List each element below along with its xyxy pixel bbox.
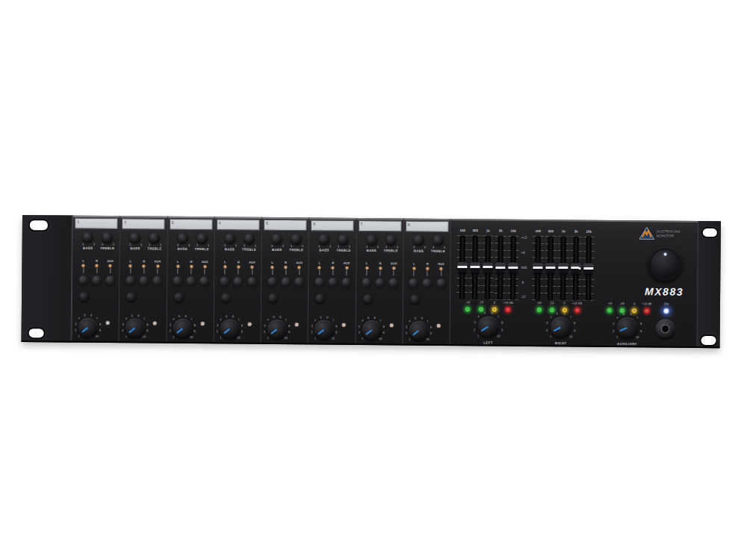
- channel-push-button[interactable]: [410, 295, 420, 305]
- knob-pointer: [481, 326, 489, 332]
- route-button[interactable]: [294, 277, 304, 287]
- route-button[interactable]: [152, 276, 162, 286]
- eq-slider[interactable]: [544, 236, 557, 300]
- treble-knob[interactable]: [244, 234, 254, 244]
- channel-label-plate: 8.: [406, 220, 449, 232]
- eq-slider[interactable]: [569, 236, 583, 300]
- eq-slider[interactable]: [506, 236, 520, 300]
- eq-slider-cap[interactable]: [495, 263, 505, 273]
- bass-knob[interactable]: [319, 234, 329, 244]
- route-button[interactable]: [409, 279, 418, 288]
- left-output-knob[interactable]: [478, 316, 499, 337]
- route-button[interactable]: [341, 278, 351, 287]
- treble-knob[interactable]: [385, 234, 396, 245]
- route-button[interactable]: [328, 278, 338, 287]
- knob-scale-number: 9: [241, 331, 243, 334]
- eq-slider[interactable]: [481, 235, 495, 299]
- eq-slider[interactable]: [557, 236, 570, 300]
- eq-slider-cap[interactable]: [545, 263, 555, 273]
- treble-knob[interactable]: [291, 234, 302, 244]
- knob-scale-number: 5: [415, 317, 416, 320]
- eq-scale-label: -12: [521, 296, 526, 299]
- right-output-label: RIGHT: [543, 341, 579, 345]
- eq-scale-label: +6: [521, 252, 525, 255]
- route-button[interactable]: [125, 276, 135, 285]
- knob-scale-number: 4: [125, 317, 127, 320]
- route-button[interactable]: [388, 278, 398, 287]
- treble-knob[interactable]: [196, 233, 207, 243]
- treble-knob[interactable]: [102, 232, 113, 243]
- eq-slider-cap[interactable]: [571, 263, 580, 273]
- eq-slider[interactable]: [494, 236, 507, 300]
- route-button[interactable]: [436, 279, 446, 288]
- route-button[interactable]: [362, 278, 371, 287]
- bass-knob[interactable]: [83, 232, 93, 243]
- route-button[interactable]: [247, 277, 257, 287]
- route-button[interactable]: [78, 276, 88, 285]
- channel-push-button[interactable]: [221, 293, 231, 302]
- knob-scale-number: 3: [217, 324, 218, 327]
- channel-push-button[interactable]: [126, 292, 136, 302]
- bass-knob[interactable]: [224, 233, 235, 243]
- channel-push-button[interactable]: [173, 293, 183, 302]
- eq-slider-cap[interactable]: [470, 262, 480, 273]
- meter-label: +10 dB: [642, 302, 651, 305]
- route-button[interactable]: [105, 276, 115, 285]
- route-line: [394, 270, 394, 276]
- knob-pointer: [270, 329, 277, 335]
- route-button[interactable]: [281, 277, 291, 287]
- route-button[interactable]: [423, 279, 433, 288]
- channel-push-button[interactable]: [362, 294, 372, 304]
- channel-push-button[interactable]: [315, 293, 325, 303]
- channel-push-button[interactable]: [79, 292, 89, 302]
- level-knob-area: 12345678910: [309, 313, 356, 345]
- route-button[interactable]: [92, 276, 102, 285]
- eq-slider[interactable]: [531, 236, 545, 300]
- signal-led: [247, 323, 251, 326]
- master-knob[interactable]: [648, 246, 682, 281]
- route-button[interactable]: [139, 276, 149, 285]
- eq-slider-cap[interactable]: [583, 264, 593, 274]
- knob-pointer: [317, 329, 324, 335]
- eq-slider-cap[interactable]: [558, 263, 568, 273]
- eq-slider-cap[interactable]: [533, 263, 542, 273]
- treble-knob[interactable]: [149, 232, 160, 243]
- level-knob-area: 12345678910: [214, 312, 261, 344]
- bass-knob[interactable]: [130, 232, 140, 243]
- bass-knob[interactable]: [177, 233, 187, 243]
- bass-label: BASS: [219, 247, 240, 251]
- bass-knob[interactable]: [366, 234, 376, 245]
- bass-knob-ticks: [83, 243, 95, 246]
- channel-push-button[interactable]: [268, 293, 278, 303]
- route-button[interactable]: [186, 276, 196, 286]
- knob-scale-number: 10: [331, 337, 335, 340]
- route-button[interactable]: [173, 276, 182, 286]
- eq-slider-cap[interactable]: [508, 263, 518, 273]
- route-button[interactable]: [220, 276, 229, 286]
- eq-slider[interactable]: [456, 235, 469, 299]
- right-output-knob[interactable]: [551, 317, 571, 337]
- eq-scale-label: -6: [521, 281, 524, 285]
- treble-knob[interactable]: [338, 234, 349, 245]
- knob-scale-number: 2: [75, 329, 76, 332]
- knob-scale-number: 2: [264, 331, 265, 334]
- route-button[interactable]: [234, 276, 244, 286]
- route-button[interactable]: [199, 276, 209, 286]
- eq-band: 300: [468, 228, 482, 299]
- route-led: [250, 266, 253, 269]
- eq-slider[interactable]: [582, 237, 595, 301]
- aux-output-knob[interactable]: [617, 317, 638, 338]
- eq-slider-cap[interactable]: [483, 262, 492, 273]
- treble-knob[interactable]: [433, 235, 443, 246]
- bass-knob[interactable]: [413, 235, 424, 246]
- route-button[interactable]: [314, 277, 324, 287]
- knob-scale-number: 6: [279, 315, 281, 318]
- route-button[interactable]: [375, 278, 385, 287]
- route-label: L: [366, 261, 368, 265]
- eq-slider-cap[interactable]: [457, 262, 467, 273]
- treble-knob-ticks: [244, 245, 255, 247]
- eq-band: 3k: [569, 229, 583, 300]
- eq-slider[interactable]: [468, 235, 482, 299]
- bass-knob[interactable]: [272, 234, 282, 244]
- route-button[interactable]: [267, 277, 277, 287]
